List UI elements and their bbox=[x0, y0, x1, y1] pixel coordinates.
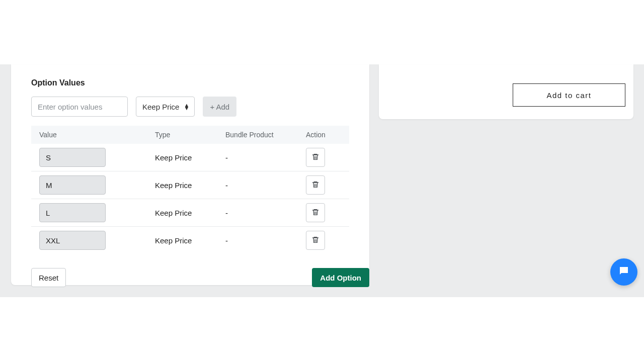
section-title: Option Values bbox=[31, 78, 349, 87]
type-cell: Keep Price bbox=[155, 236, 225, 245]
price-select-wrap: Keep Price ▲▼ bbox=[136, 97, 195, 117]
add-value-button[interactable]: + Add bbox=[203, 97, 236, 117]
content-area: Option Values Keep Price ▲▼ + Add Value … bbox=[0, 64, 644, 297]
price-select-label: Keep Price bbox=[142, 103, 179, 111]
col-type: Type bbox=[155, 131, 225, 139]
chevron-sort-icon: ▲▼ bbox=[184, 104, 189, 110]
table-row: Keep Price - bbox=[31, 171, 349, 199]
value-input[interactable] bbox=[39, 203, 106, 222]
chat-icon bbox=[618, 265, 630, 279]
price-select[interactable]: Keep Price ▲▼ bbox=[136, 97, 195, 117]
input-row: Keep Price ▲▼ + Add bbox=[31, 97, 349, 117]
chat-fab[interactable] bbox=[610, 258, 637, 286]
value-input[interactable] bbox=[39, 148, 106, 167]
option-value-input[interactable] bbox=[31, 97, 128, 117]
table-row: Keep Price - bbox=[31, 227, 349, 254]
values-table: Value Type Bundle Product Action Keep Pr… bbox=[31, 126, 349, 254]
option-values-card: Option Values Keep Price ▲▼ + Add Value … bbox=[11, 64, 369, 285]
bundle-cell: - bbox=[225, 236, 306, 245]
preview-card: Add to cart bbox=[379, 64, 633, 119]
table-row: Keep Price - bbox=[31, 144, 349, 171]
delete-button[interactable] bbox=[306, 203, 325, 222]
trash-icon bbox=[311, 208, 319, 218]
bundle-cell: - bbox=[225, 181, 306, 190]
value-input[interactable] bbox=[39, 231, 106, 250]
delete-button[interactable] bbox=[306, 148, 325, 167]
col-bundle: Bundle Product bbox=[225, 131, 306, 139]
col-action: Action bbox=[306, 131, 357, 139]
trash-icon bbox=[311, 236, 319, 245]
page: Option Values Keep Price ▲▼ + Add Value … bbox=[0, 0, 644, 362]
col-value: Value bbox=[39, 131, 155, 139]
delete-button[interactable] bbox=[306, 175, 325, 195]
footer-row: Reset Add Option bbox=[31, 268, 369, 287]
value-input[interactable] bbox=[39, 175, 106, 195]
add-to-cart-button[interactable]: Add to cart bbox=[513, 83, 625, 107]
table-row: Keep Price - bbox=[31, 199, 349, 227]
add-option-button[interactable]: Add Option bbox=[312, 268, 369, 287]
type-cell: Keep Price bbox=[155, 209, 225, 217]
reset-button[interactable]: Reset bbox=[31, 268, 66, 287]
bundle-cell: - bbox=[225, 209, 306, 217]
trash-icon bbox=[311, 180, 319, 190]
table-header: Value Type Bundle Product Action bbox=[31, 126, 349, 144]
bundle-cell: - bbox=[225, 153, 306, 162]
type-cell: Keep Price bbox=[155, 181, 225, 190]
trash-icon bbox=[311, 153, 319, 162]
type-cell: Keep Price bbox=[155, 153, 225, 162]
delete-button[interactable] bbox=[306, 231, 325, 250]
